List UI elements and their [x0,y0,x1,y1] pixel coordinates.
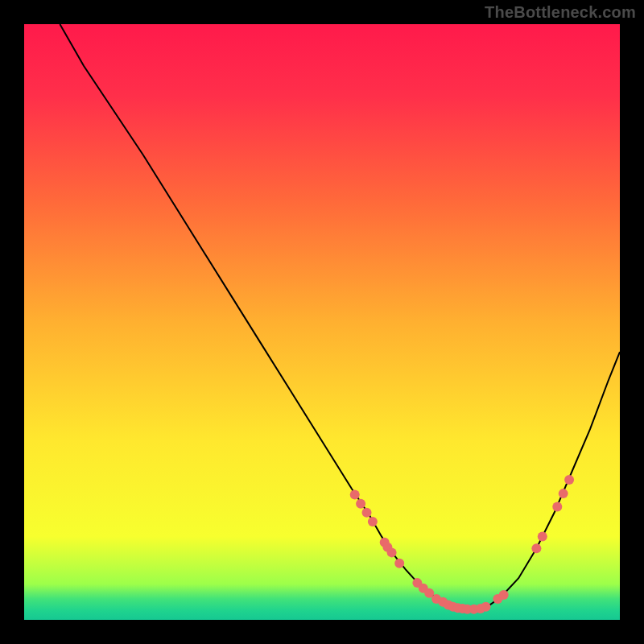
data-marker [564,475,574,485]
data-marker [368,517,378,526]
data-marker [481,602,491,612]
data-marker [559,489,568,498]
data-marker [552,502,562,511]
bottleneck-chart [24,24,620,620]
data-marker [350,490,360,500]
data-marker [538,531,547,541]
data-marker [394,559,404,568]
data-marker [362,508,372,518]
watermark-label: TheBottleneck.com [485,3,636,22]
chart-frame: TheBottleneck.com [0,0,644,644]
data-marker [531,543,541,553]
data-marker [499,590,509,600]
data-marker [387,547,397,557]
gradient-background [24,24,620,620]
data-marker [356,499,365,509]
plot-area [24,24,620,620]
